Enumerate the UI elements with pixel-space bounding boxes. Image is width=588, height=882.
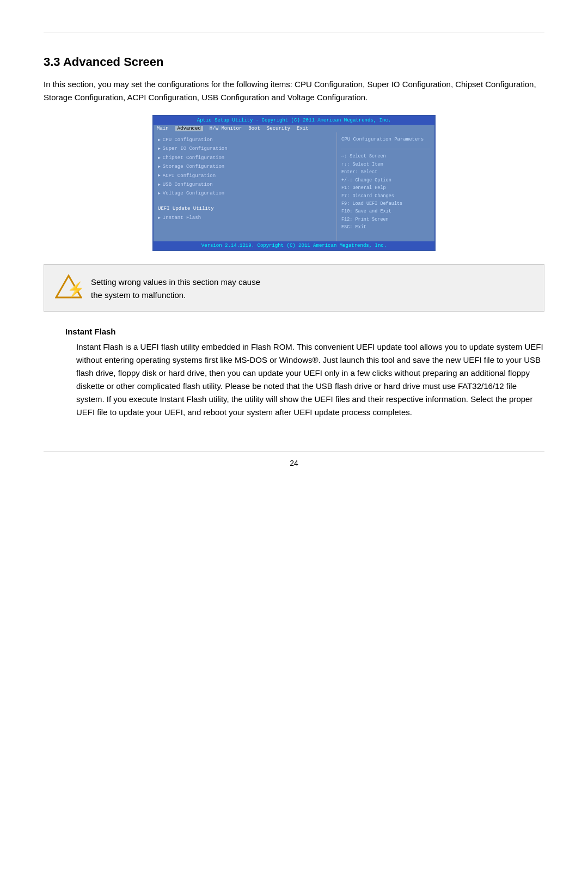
- bios-item-cpu: ▶ CPU Configuration: [158, 136, 332, 144]
- bios-item-storage: ▶ Storage Configuration: [158, 162, 332, 171]
- page-number: 24: [44, 459, 544, 467]
- bios-desc-text: CPU Configuration Parameters: [341, 136, 430, 143]
- bios-menu-advanced: Advanced: [175, 126, 203, 131]
- bios-menu-boot: Boot: [248, 126, 260, 131]
- bios-right-panel: CPU Configuration Parameters ↔: Select S…: [336, 132, 434, 241]
- instant-flash-body: Instant Flash is a UEFI flash utility em…: [76, 340, 544, 419]
- bios-help-select-screen: ↔: Select Screen: [341, 153, 430, 160]
- bios-body: ▶ CPU Configuration ▶ Super IO Configura…: [154, 132, 434, 241]
- instant-flash-section: Instant Flash Instant Flash is a UEFI fl…: [44, 327, 544, 419]
- bios-menu-main: Main: [157, 126, 169, 131]
- bios-item-usb: ▶ USB Configuration: [158, 180, 332, 189]
- bios-help-f7: F7: Discard Changes: [341, 192, 430, 200]
- bios-help-enter: Enter: Select: [341, 168, 430, 176]
- bios-item-chipset: ▶ Chipset Configuration: [158, 154, 332, 162]
- bottom-rule: [44, 452, 544, 452]
- bios-item-instantflash: ▶ Instant Flash: [158, 214, 332, 222]
- bios-help-items: ↔: Select Screen ↑↓: Select Item Enter: …: [341, 153, 430, 231]
- bios-bottom-bar: Version 2.14.1219. Copyright (C) 2011 Am…: [154, 241, 434, 250]
- bios-menu-exit: Exit: [297, 126, 309, 131]
- instant-flash-heading: Instant Flash: [65, 327, 544, 336]
- bios-menu-bar: Main Advanced H/W Monitor Boot Security …: [154, 125, 434, 132]
- warning-text: Setting wrong values in this section may…: [91, 273, 260, 302]
- bios-item-acpi: ▶ ACPI Configuration: [158, 172, 332, 180]
- bios-help-esc: ESC: Exit: [341, 223, 430, 231]
- bios-screenshot: Aptio Setup Utility - Copyright (C) 2011…: [152, 115, 436, 251]
- top-rule: [44, 33, 544, 33]
- svg-text:⚡: ⚡: [67, 281, 82, 298]
- bios-help-change-option: +/-: Change Option: [341, 177, 430, 184]
- bios-title-bar: Aptio Setup Utility - Copyright (C) 2011…: [154, 116, 434, 125]
- bios-help-divider: [341, 149, 430, 149]
- bios-help-f12: F12: Print Screen: [341, 216, 430, 223]
- bios-menu-hwmonitor: H/W Monitor: [210, 126, 242, 131]
- bios-item-superio: ▶ Super IO Configuration: [158, 144, 332, 153]
- bios-menu-security: Security: [267, 126, 290, 131]
- bios-help-f10: F10: Save and Exit: [341, 208, 430, 215]
- section-heading: 3.3 Advanced Screen: [44, 55, 544, 69]
- bios-item-voltage: ▶ Voltage Configuration: [158, 189, 332, 198]
- warning-box: ⚡ Setting wrong values in this section m…: [44, 264, 544, 312]
- bios-left-panel: ▶ CPU Configuration ▶ Super IO Configura…: [154, 132, 336, 241]
- intro-paragraph: In this section, you may set the configu…: [44, 78, 544, 104]
- bios-help-select-item: ↑↓: Select Item: [341, 161, 430, 168]
- bios-utility-label: UEFI Update Utility: [158, 205, 332, 212]
- bios-help-f1: F1: General Help: [341, 184, 430, 192]
- warning-icon: ⚡: [55, 273, 82, 302]
- bios-help-f9: F9: Load UEFI Defaults: [341, 200, 430, 208]
